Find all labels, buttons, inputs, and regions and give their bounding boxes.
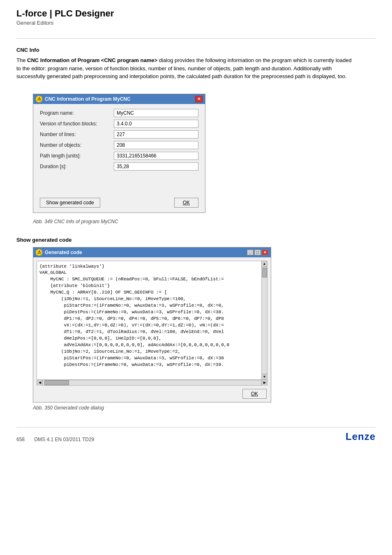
cnc-dialog-titlebar-left: ⚠ CNC Information of Program MyCNC <box>36 96 131 102</box>
gen-dialog-footer: OK <box>33 386 271 402</box>
page-footer: 658 DMS 4.1 EN 03/2011 TD29 Lenze <box>16 427 376 442</box>
dialog-row-3: Number of objects: 208 <box>40 141 198 149</box>
code-text: {attribute 'linkalways'} VAR_GLOBAL MyCN… <box>37 261 267 371</box>
dialog-label-3: Number of objects: <box>40 142 114 148</box>
scroll-thumb[interactable] <box>262 268 267 278</box>
dialog-value-5: 35,28 <box>114 162 198 171</box>
code-line-2: MyCNC : SMC_OUTQUEUE := (nReadPos:=0, bF… <box>39 276 260 283</box>
cnc-dialog-footer: Show generated code OK <box>33 194 205 213</box>
dialog-row-0: Program name: MyCNC <box>40 109 198 117</box>
dialog-row-5: Duration [s]: 35,28 <box>40 162 198 171</box>
dialog-value-3: 208 <box>114 141 198 149</box>
dialog-row-1: Version of function blocks: 3.4.0.0 <box>40 120 198 128</box>
cnc-dialog-ok-button[interactable]: OK <box>174 198 198 208</box>
footer-right: Lenze <box>346 431 376 442</box>
cnc-info-bold: CNC Information of Program <CNC program … <box>27 57 157 63</box>
code-area-container: {attribute 'linkalways'} VAR_GLOBAL MyCN… <box>37 261 267 380</box>
gen-dialog-close-btn[interactable]: ✕ <box>262 250 268 255</box>
scroll-down-arrow[interactable]: ▼ <box>262 374 267 379</box>
dialog-value-0: MyCNC <box>114 109 198 117</box>
code-line-15: piDestPos:=(iFrameNo:=0, wAuxData:=3, wS… <box>39 362 260 368</box>
gen-dialog-minimize-btn[interactable]: _ <box>247 250 254 255</box>
h-scroll-track <box>43 380 261 386</box>
dialog-value-4: 3331,2165158466 <box>114 152 198 160</box>
gen-dialog-titlebar-left: ⚠ Generated code <box>36 249 82 256</box>
cnc-dialog-wrapper: ⚠ CNC Information of Program MyCNC ✕ Pro… <box>33 94 205 213</box>
gen-dialog-icon: ⚠ <box>36 249 42 256</box>
cnc-info-section: CNC Info The CNC Information of Program … <box>16 47 376 81</box>
footer-page-number: 658 <box>16 437 25 442</box>
dialog-row-2: Number of lines: 227 <box>40 130 198 139</box>
dialog-label-1: Version of function blocks: <box>40 121 114 127</box>
gen-dialog-titlebar: ⚠ Generated code _ □ ✕ <box>33 247 271 257</box>
scroll-right-arrow[interactable]: ▶ <box>261 380 267 386</box>
code-line-10: dT1:=0, dT2:=1, dToolRadius:=0, dVel:=10… <box>39 329 260 335</box>
code-line-8: dP1:=0, dP2:=0, dP3:=0, dP4:=0, dP5:=0, … <box>39 316 260 322</box>
dialog-value-2: 227 <box>114 130 198 139</box>
gen-code-heading: Show generated code <box>16 237 376 243</box>
code-line-6: piStartPos:=(iFrameNo:=0, wAuxData:=3, w… <box>39 303 260 309</box>
code-line-14: piStartPos:=(iFrameNo:=0, wAuxData:=3, w… <box>39 355 260 362</box>
h-scrollbar[interactable]: ◀ ▶ <box>37 380 267 386</box>
code-line-3: {attribute 'blobinit'} <box>39 283 260 289</box>
code-line-5: (iObjNo:=1, iSourceLine_No:=0, iMoveType… <box>39 296 260 303</box>
code-line-9: vX:=(dX:=1,dY:=0,dZ:=0), vY:=(dX:=0,dY:=… <box>39 322 260 329</box>
page-subtitle: General Editors <box>16 20 376 26</box>
cnc-dialog-caption: Abb. 349 CNC Info of program MyCNC <box>33 219 376 224</box>
code-line-13: (iObjNo:=2, iSourceLine_No:=1, iMoveType… <box>39 349 260 355</box>
gen-dialog-caption: Abb. 350 Generated code dialog <box>33 405 376 411</box>
v-scrollbar[interactable]: ▲ ▼ <box>261 261 267 379</box>
lenze-logo: Lenze <box>346 431 376 442</box>
gen-dialog-title: Generated code <box>45 250 82 255</box>
code-line-4: MyCNC_Q : ARRAY[0..210] OF SMC_GEOINFO :… <box>39 289 260 296</box>
scroll-up-arrow[interactable]: ▲ <box>262 261 267 267</box>
gen-dialog-ok-button[interactable]: OK <box>242 389 267 399</box>
scroll-left-arrow[interactable]: ◀ <box>37 380 43 386</box>
code-line-12: adVelAddAx:=[0,0,0,0,0,0,0,0], adAccAddA… <box>39 342 260 349</box>
show-generated-code-button[interactable]: Show generated code <box>40 198 100 208</box>
gen-code-section: Show generated code <box>16 237 376 243</box>
dialog-label-2: Number of lines: <box>40 132 114 137</box>
cnc-info-body: The CNC Information of Program <CNC prog… <box>16 56 353 81</box>
dialog-spacer <box>33 178 205 190</box>
cnc-dialog-content: Program name: MyCNC Version of function … <box>33 104 205 178</box>
gen-dialog-winbtns: _ □ ✕ <box>247 250 268 255</box>
dialog-label-0: Program name: <box>40 110 114 116</box>
cnc-dialog-title: CNC Information of Program MyCNC <box>45 96 131 102</box>
cnc-dialog-titlebar: ⚠ CNC Information of Program MyCNC ✕ <box>33 94 205 104</box>
footer-doc-info: DMS 4.1 EN 03/2011 TD29 <box>34 437 94 442</box>
code-line-0: {attribute 'linkalways'} <box>39 264 260 270</box>
page-title: L-force | PLC Designer <box>16 8 376 19</box>
gen-dialog-box: ⚠ Generated code _ □ ✕ {attribute 'linka… <box>33 247 271 402</box>
code-line-11: dHelpPos:=[0,0,0], iHelpID:=[0,0,0], <box>39 335 260 342</box>
cnc-dialog-close-btn[interactable]: ✕ <box>195 96 203 102</box>
cnc-dialog-box: ⚠ CNC Information of Program MyCNC ✕ Pro… <box>33 94 205 213</box>
dialog-value-1: 3.4.0.0 <box>114 120 198 128</box>
cnc-info-heading: CNC Info <box>16 47 376 53</box>
header-divider <box>16 38 376 39</box>
footer-left: 658 DMS 4.1 EN 03/2011 TD29 <box>16 437 94 442</box>
page-header: L-force | PLC Designer General Editors <box>16 8 376 26</box>
gen-dialog-maximize-btn[interactable]: □ <box>254 250 261 255</box>
cnc-dialog-icon: ⚠ <box>36 96 42 102</box>
code-line-7: piDestPos:=(iFrameNo:=0, wAuxData:=3, wS… <box>39 309 260 316</box>
code-line-1: VAR_GLOBAL <box>39 270 260 276</box>
dialog-label-4: Path length [units]: <box>40 153 114 159</box>
dialog-label-5: Duration [s]: <box>40 164 114 169</box>
h-scroll-thumb[interactable] <box>44 380 69 385</box>
dialog-row-4: Path length [units]: 3331,2165158466 <box>40 152 198 160</box>
